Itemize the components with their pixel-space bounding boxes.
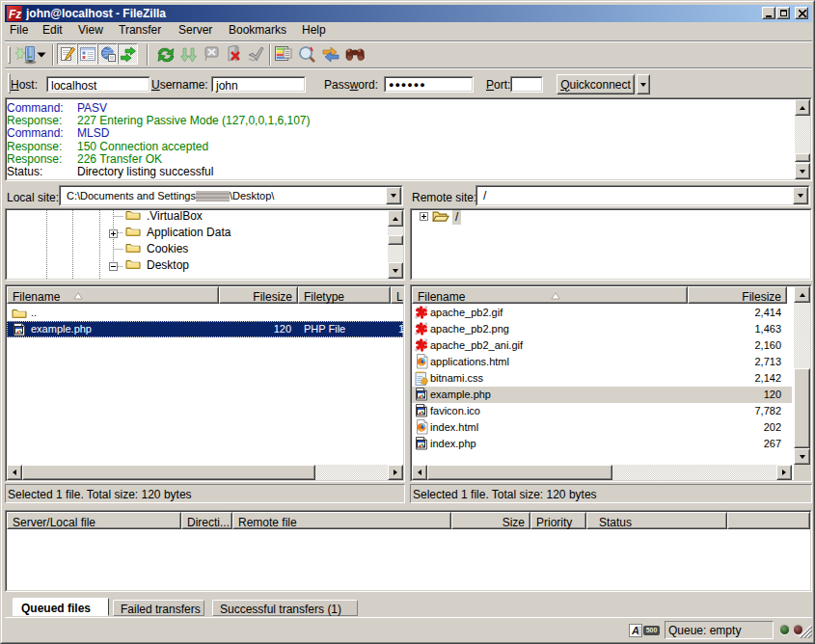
svg-text:Fz: Fz	[9, 8, 21, 21]
